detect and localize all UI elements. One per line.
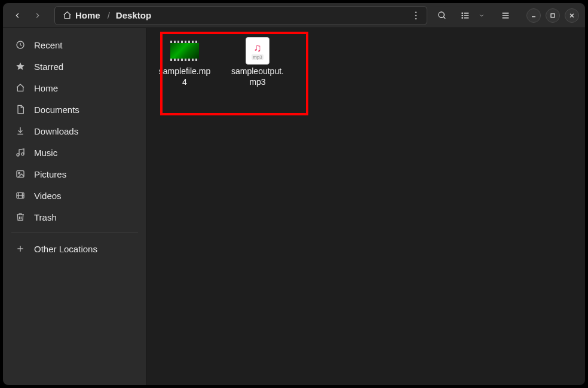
svg-point-21	[22, 153, 24, 155]
search-icon	[437, 11, 447, 20]
path-menu-button[interactable]	[408, 8, 424, 23]
view-list-button[interactable]	[457, 6, 474, 25]
path-segment-label: Desktop	[116, 10, 151, 20]
file-item[interactable]: ♫ mp3 sampleoutput.mp3	[231, 38, 284, 87]
video-file-icon	[170, 41, 199, 61]
svg-point-20	[17, 154, 19, 156]
file-grid[interactable]: samplefile.mp4 ♫ mp3 sampleoutput.mp3	[147, 28, 585, 385]
titlebar: Home / Desktop	[3, 3, 585, 28]
trash-icon	[15, 212, 26, 222]
svg-point-3	[439, 12, 444, 17]
maximize-icon	[550, 13, 556, 19]
picture-icon	[15, 169, 26, 179]
sidebar-item-trash[interactable]: Trash	[3, 206, 146, 228]
svg-marker-19	[16, 62, 24, 70]
svg-line-4	[443, 17, 445, 19]
video-icon	[15, 190, 26, 201]
window-close-button[interactable]	[565, 8, 579, 23]
path-segment-home[interactable]: Home	[57, 8, 106, 23]
document-icon	[15, 104, 26, 115]
kebab-icon	[415, 11, 417, 20]
nav-back-button[interactable]	[9, 7, 26, 24]
nav-forward-button[interactable]	[29, 7, 46, 24]
home-icon	[15, 83, 26, 93]
list-icon	[461, 11, 470, 20]
window-body: Recent Starred Home Documents Downloads …	[3, 28, 585, 385]
window-minimize-button[interactable]	[526, 8, 541, 23]
file-item[interactable]: samplefile.mp4	[158, 38, 212, 87]
svg-point-0	[415, 11, 417, 13]
sidebar-item-label: Starred	[34, 62, 63, 72]
svg-point-10	[462, 17, 463, 18]
search-button[interactable]	[432, 6, 452, 25]
path-separator: /	[106, 10, 111, 20]
sidebar-item-home[interactable]: Home	[3, 77, 146, 99]
sidebar-separator	[11, 233, 138, 233]
file-name-label: sampleoutput.mp3	[231, 66, 284, 87]
star-icon	[15, 61, 26, 72]
path-segment-label: Home	[75, 10, 100, 20]
file-thumbnail	[170, 40, 199, 62]
music-icon	[15, 147, 26, 158]
svg-point-8	[462, 13, 463, 13]
nav-arrows	[9, 7, 46, 24]
svg-rect-22	[17, 171, 24, 178]
hamburger-icon	[501, 11, 510, 20]
clock-icon	[15, 39, 26, 50]
chevron-right-icon	[33, 11, 42, 20]
sidebar-item-label: Pictures	[34, 169, 66, 179]
path-bar[interactable]: Home / Desktop	[54, 6, 427, 25]
sidebar-item-music[interactable]: Music	[3, 142, 146, 163]
sidebar-item-label: Recent	[34, 40, 63, 50]
sidebar-item-label: Downloads	[34, 126, 78, 136]
svg-point-2	[415, 17, 417, 19]
window-controls	[526, 8, 579, 23]
svg-rect-15	[551, 14, 555, 17]
sidebar-item-videos[interactable]: Videos	[3, 185, 146, 206]
sidebar-item-label: Trash	[34, 212, 57, 222]
audio-file-icon: ♫ mp3	[246, 37, 270, 65]
chevron-left-icon	[13, 11, 22, 20]
sidebar: Recent Starred Home Documents Downloads …	[3, 28, 147, 385]
svg-point-1	[415, 14, 417, 16]
sidebar-item-recent[interactable]: Recent	[3, 34, 146, 56]
sidebar-item-label: Home	[34, 83, 58, 93]
minimize-icon	[531, 13, 537, 19]
close-icon	[569, 13, 575, 19]
hamburger-menu-button[interactable]	[495, 6, 516, 25]
sidebar-item-pictures[interactable]: Pictures	[3, 163, 146, 185]
sidebar-item-other-locations[interactable]: Other Locations	[3, 238, 146, 259]
view-controls	[457, 6, 491, 25]
sidebar-item-downloads[interactable]: Downloads	[3, 120, 146, 142]
home-icon	[62, 11, 72, 20]
plus-icon	[15, 243, 26, 254]
window-maximize-button[interactable]	[546, 8, 560, 23]
view-dropdown-button[interactable]	[474, 6, 491, 25]
sidebar-item-label: Music	[34, 148, 57, 158]
sidebar-item-starred[interactable]: Starred	[3, 56, 146, 77]
download-icon	[15, 126, 26, 136]
svg-point-23	[19, 172, 20, 174]
file-name-label: samplefile.mp4	[158, 66, 212, 87]
chevron-down-icon	[479, 13, 485, 19]
file-ext-label: mp3	[252, 54, 264, 60]
sidebar-item-label: Documents	[34, 105, 79, 115]
sidebar-item-documents[interactable]: Documents	[3, 99, 146, 120]
sidebar-item-label: Videos	[34, 191, 62, 201]
file-thumbnail: ♫ mp3	[243, 40, 272, 62]
file-manager-window: Home / Desktop	[2, 2, 586, 386]
svg-point-9	[462, 15, 463, 16]
path-segment-desktop[interactable]: Desktop	[111, 8, 157, 23]
sidebar-item-label: Other Locations	[34, 244, 97, 254]
music-note-icon: ♫	[253, 42, 262, 53]
